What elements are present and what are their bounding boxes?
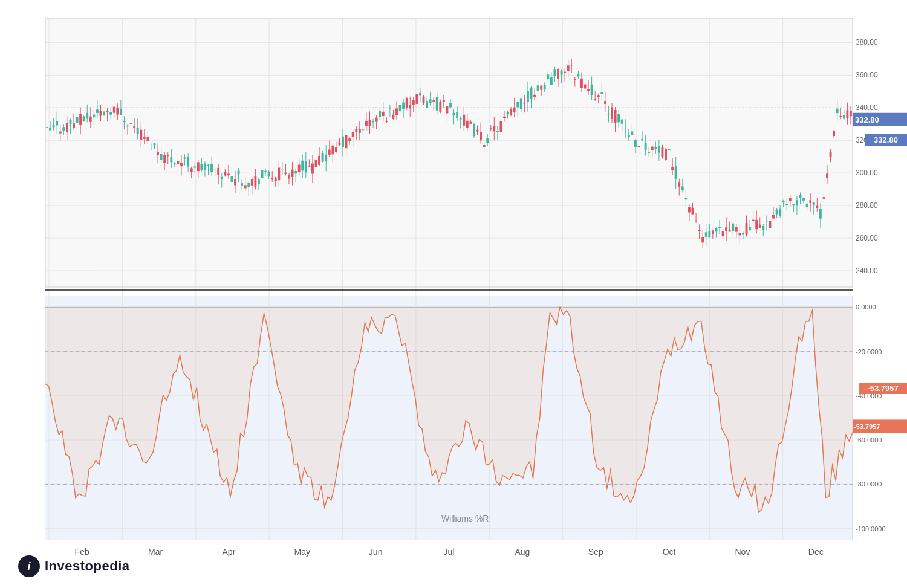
chart-canvas <box>0 0 907 588</box>
logo-circle: i <box>18 555 40 577</box>
logo-text: Investopedia <box>45 558 129 574</box>
price-label: 332.80 <box>865 134 907 146</box>
williams-label: -53.7957 <box>859 383 907 394</box>
chart-container: 332.80 -53.7957 i Investopedia <box>0 0 907 588</box>
logo-icon: i <box>27 560 30 573</box>
investopedia-logo: i Investopedia <box>18 555 129 577</box>
